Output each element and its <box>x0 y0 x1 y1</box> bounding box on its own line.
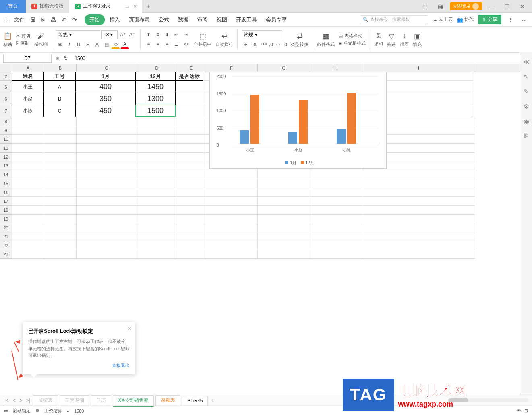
ribbon-tab-review[interactable]: 审阅 <box>193 14 212 25</box>
cell[interactable] <box>12 232 44 241</box>
decimal-inc-button[interactable]: .0→ <box>269 41 277 49</box>
sort-button[interactable]: ↕排序 <box>400 32 409 47</box>
cell[interactable] <box>205 223 258 232</box>
search-input[interactable]: 🔍查找命令、搜索模板 <box>360 15 428 24</box>
wrap-button[interactable]: ↩自动换行 <box>215 32 233 47</box>
column-header[interactable]: E <box>177 64 205 72</box>
cell[interactable] <box>310 215 362 223</box>
popup-close-button[interactable]: × <box>128 325 131 332</box>
cell[interactable] <box>77 250 137 259</box>
cell[interactable] <box>44 117 77 126</box>
cell[interactable]: 12月 <box>135 72 176 81</box>
ribbon-tab-insert[interactable]: 插入 <box>106 14 124 25</box>
align-left-button[interactable]: ≡ <box>145 40 153 48</box>
close-icon[interactable]: × <box>134 3 137 9</box>
minimize-button[interactable]: — <box>486 3 497 10</box>
cell[interactable] <box>77 215 137 223</box>
cell[interactable] <box>12 144 44 153</box>
redo-icon[interactable]: ↷ <box>70 15 79 24</box>
bold-button[interactable]: B <box>56 41 64 49</box>
cell[interactable] <box>177 223 205 232</box>
cell[interactable] <box>175 80 203 93</box>
cell[interactable] <box>177 126 205 135</box>
cell[interactable] <box>44 126 77 135</box>
cell[interactable] <box>77 223 137 232</box>
row-header[interactable]: 23 <box>0 250 12 259</box>
cell[interactable] <box>44 179 77 188</box>
row-header[interactable]: 22 <box>0 241 12 250</box>
percent-button[interactable]: % <box>251 41 259 49</box>
cell[interactable] <box>177 188 205 197</box>
cell[interactable]: 400 <box>75 80 136 93</box>
cell[interactable] <box>137 161 177 170</box>
column-header[interactable]: I <box>362 64 475 72</box>
row-header[interactable]: 2 <box>0 72 12 81</box>
cell[interactable] <box>362 223 475 232</box>
cell[interactable]: 姓名 <box>12 72 44 81</box>
cell[interactable] <box>310 250 362 259</box>
cell[interactable] <box>12 170 44 179</box>
cell[interactable] <box>177 206 205 215</box>
tab-workbook[interactable]: S 工作簿3.xlsx ▭ × <box>69 0 142 13</box>
align-top-button[interactable]: ⬆ <box>145 31 153 39</box>
cell[interactable] <box>258 250 310 259</box>
cell[interactable] <box>205 241 258 250</box>
currency-button[interactable]: ¥ <box>242 41 250 49</box>
sheet-tab-faded[interactable]: 工资明细 <box>60 395 89 406</box>
cell[interactable] <box>310 206 362 215</box>
cell[interactable] <box>12 197 44 206</box>
cell[interactable] <box>258 206 310 215</box>
cell[interactable] <box>137 135 177 144</box>
cell[interactable] <box>137 126 177 135</box>
cell[interactable] <box>77 241 137 250</box>
type-convert-button[interactable]: ⇄类型转换 <box>291 32 308 47</box>
cell[interactable] <box>362 188 475 197</box>
table-style-button[interactable]: ▤表格样式 <box>339 33 366 39</box>
cell[interactable] <box>12 126 44 135</box>
status-mode-icon[interactable]: ▭ <box>4 408 8 413</box>
popup-exit-link[interactable]: 直接退出 <box>28 363 130 369</box>
cell[interactable] <box>362 197 475 206</box>
cell[interactable] <box>310 188 362 197</box>
cell[interactable] <box>362 206 475 215</box>
fill-color-button[interactable]: ◇ <box>112 41 120 49</box>
cell[interactable] <box>12 179 44 188</box>
select-all-corner[interactable] <box>0 64 12 72</box>
cell[interactable] <box>205 215 258 223</box>
cell[interactable] <box>137 241 177 250</box>
cell[interactable]: 小王 <box>12 80 44 93</box>
cell[interactable] <box>258 215 310 223</box>
share-button[interactable]: ⇧分享 <box>478 15 501 24</box>
row-header[interactable]: 10 <box>0 135 12 144</box>
font-size-select[interactable]: 18▾ <box>101 30 118 39</box>
indent-increase-button[interactable]: ⇥ <box>182 31 190 39</box>
row-header[interactable]: 6 <box>0 93 12 105</box>
cell[interactable]: 450 <box>75 105 136 117</box>
cell[interactable] <box>44 161 77 170</box>
cell[interactable] <box>205 232 258 241</box>
cell[interactable] <box>137 232 177 241</box>
hamburger-icon[interactable]: ≡ <box>3 15 10 24</box>
row-header[interactable]: 12 <box>0 153 12 161</box>
cell[interactable] <box>77 232 137 241</box>
underline-button[interactable]: U <box>75 41 83 49</box>
align-bottom-button[interactable]: ⬇ <box>163 31 171 39</box>
cell[interactable] <box>137 153 177 161</box>
more-icon[interactable]: ⋮ <box>505 15 515 24</box>
cell[interactable] <box>137 179 177 188</box>
column-header[interactable]: G <box>258 64 310 72</box>
sheet-tab-faded[interactable]: 成绩表 <box>33 395 58 406</box>
cell[interactable] <box>310 223 362 232</box>
cell[interactable] <box>362 250 475 259</box>
font-increase-button[interactable]: A⁺ <box>119 31 127 39</box>
grid-icon[interactable]: ▦ <box>435 3 446 10</box>
row-header[interactable]: 21 <box>0 232 12 241</box>
cell[interactable] <box>12 215 44 223</box>
row-header[interactable]: 7 <box>0 105 12 117</box>
comma-button[interactable]: ººº <box>260 41 268 49</box>
status-chevron-icon[interactable]: ▴ <box>67 408 69 413</box>
align-right-button[interactable]: ≡ <box>163 40 171 48</box>
column-header[interactable]: F <box>205 64 258 72</box>
cell[interactable] <box>177 232 205 241</box>
fx-icon[interactable]: fx <box>64 56 67 61</box>
